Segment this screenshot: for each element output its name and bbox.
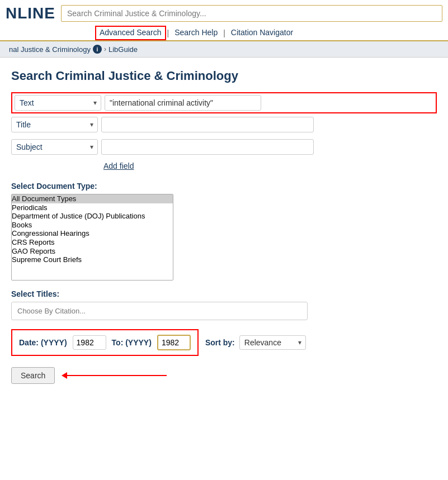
sort-section: Sort by: Relevance Date Newest Date Olde… [205,335,306,350]
breadcrumb-arrow: › [104,45,106,53]
field3-select-wrapper: Subject Text Title Author [11,139,98,155]
nav-citation-navigator[interactable]: Citation Navigator [227,26,298,40]
field2-select-wrapper: Title Text Subject Author [11,117,98,132]
field1-input[interactable] [105,95,261,111]
nav-sep1: | [166,28,171,37]
header-top: NLINE [0,4,448,26]
breadcrumb-libguide[interactable]: LibGuide [109,45,138,54]
info-icon[interactable]: i [93,45,102,54]
red-arrow [66,375,167,376]
field3-select[interactable]: Subject Text Title Author [11,139,98,155]
search-button[interactable]: Search [11,367,55,384]
field2-select[interactable]: Title Text Subject Author [11,117,98,132]
nav-search-help[interactable]: Search Help [170,26,222,40]
select-titles-section: Select Titles: [11,289,437,320]
main-content: Search Criminal Justice & Criminology Te… [0,58,448,395]
field1-select-wrapper: Text Title Subject Author [15,95,101,111]
header-search-input[interactable] [61,5,442,22]
field2-input[interactable] [101,117,314,132]
field3-row: Subject Text Title Author [11,139,437,155]
date-sort-combined: Date: (YYYY) To: (YYYY) Sort by: Relevan… [11,329,437,356]
nav-sep2: | [222,28,227,37]
date-to-label: To: (YYYY) [112,338,152,347]
sort-label: Sort by: [205,338,235,347]
doc-type-label: Select Document Type: [11,182,437,191]
citation-input[interactable] [11,302,308,320]
date-from-label: Date: (YYYY) [19,338,67,347]
logo: NLINE [6,4,55,22]
doc-type-listbox[interactable]: All Document TypesPeriodicalsDepartment … [11,194,173,281]
text-field-row: Text Title Subject Author [11,92,437,113]
select-titles-label: Select Titles: [11,289,437,298]
add-field-link[interactable]: Add field [11,161,437,170]
header: NLINE Advanced Search | Search Help | Ci… [0,0,448,41]
sort-select[interactable]: Relevance Date Newest Date Oldest [239,335,306,350]
arrow-indicator [66,375,167,376]
sort-select-wrapper: Relevance Date Newest Date Oldest [239,335,306,350]
date-from-input[interactable] [73,335,106,350]
page-title: Search Criminal Justice & Criminology [11,69,437,83]
search-button-row: Search [11,367,437,384]
doc-type-section: Select Document Type: All Document Types… [11,182,437,281]
breadcrumb: nal Justice & Criminology i › LibGuide [0,41,448,58]
other-field-rows: Title Text Subject Author Subject Text T… [11,117,437,158]
field1-select[interactable]: Text Title Subject Author [15,95,101,111]
header-search-container [61,5,442,22]
date-to-input[interactable] [157,335,191,350]
field3-input[interactable] [101,139,314,155]
nav-advanced-search[interactable]: Advanced Search [95,26,166,40]
field2-row: Title Text Subject Author [11,117,437,132]
breadcrumb-part1: nal Justice & Criminology [9,45,91,54]
date-sort-box: Date: (YYYY) To: (YYYY) [11,329,199,356]
header-nav: Advanced Search | Search Help | Citation… [0,26,448,40]
